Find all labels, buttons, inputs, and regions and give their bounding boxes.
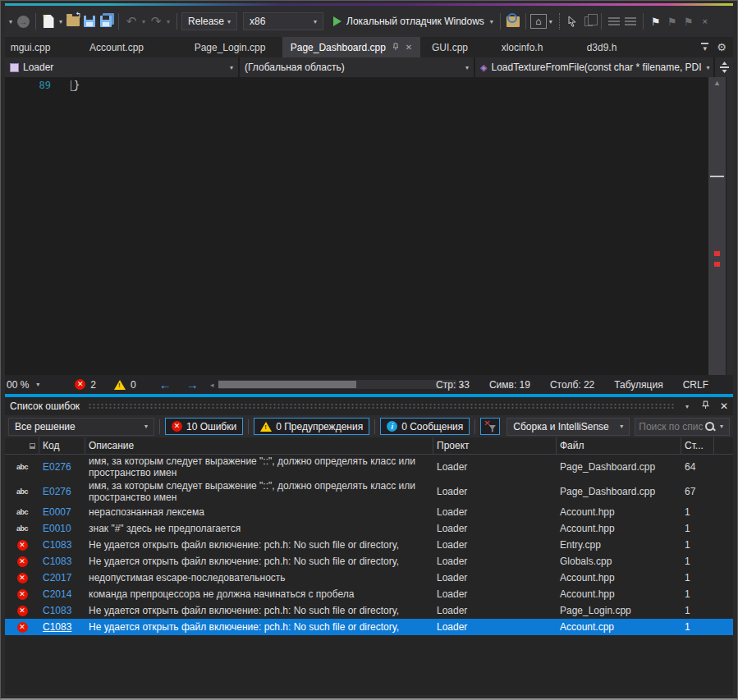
search-icon[interactable] xyxy=(704,421,716,432)
error-code-link[interactable]: C1083 xyxy=(43,605,71,616)
next-bookmark-icon[interactable]: ⚑ xyxy=(681,13,697,30)
error-row[interactable]: abc E0010 знак "#" здесь не предполагает… xyxy=(5,520,733,537)
line-ending[interactable]: CRLF xyxy=(683,379,708,391)
error-row[interactable]: ✕ C1083 Не удается открыть файл включени… xyxy=(5,553,733,570)
quick-replace-icon[interactable]: ⌂ xyxy=(530,14,547,29)
undo-icon[interactable]: ↶ xyxy=(123,13,140,30)
undo-caret[interactable]: ▾ xyxy=(140,18,148,25)
open-file-icon[interactable] xyxy=(65,13,81,30)
error-code-link[interactable]: E0276 xyxy=(43,461,71,473)
next-issue-arrow-icon[interactable]: → xyxy=(186,377,199,391)
header-file-column[interactable]: Файл xyxy=(557,437,681,454)
redo-icon[interactable]: ↷ xyxy=(148,13,164,30)
error-search-input[interactable] xyxy=(639,421,703,432)
prev-bookmark-icon[interactable]: ⚑ xyxy=(664,13,681,30)
error-code-link[interactable]: C1083 xyxy=(43,539,71,551)
header-code-column[interactable]: Код xyxy=(39,437,85,454)
tab-mgui-cpp[interactable]: mgui.cpp xyxy=(5,37,56,57)
error-row[interactable]: abc E0276 имя, за которым следует выраже… xyxy=(5,455,733,479)
error-code-link[interactable]: C1083 xyxy=(43,556,71,567)
window-list-icon[interactable]: ▾ xyxy=(701,43,708,53)
navigate-forward-icon[interactable]: → xyxy=(15,13,31,30)
prev-issue-arrow-icon[interactable]: ← xyxy=(159,377,172,391)
zoom-caret[interactable]: ▾ xyxy=(34,381,42,388)
split-editor-button[interactable] xyxy=(715,57,733,77)
platform-dropdown[interactable]: x86 ▾ xyxy=(243,12,323,30)
status-warning-count[interactable]: 0 xyxy=(131,379,136,391)
error-row[interactable]: ✕ C2014 команда препроцессора не должна … xyxy=(5,586,733,602)
new-file-caret[interactable]: ▾ xyxy=(57,18,65,25)
member-dropdown[interactable]: ◈ LoadTextureFromFile(const char * filen… xyxy=(475,57,713,77)
navigate-cursor-icon[interactable] xyxy=(564,13,580,30)
error-row[interactable]: abc E0276 имя, за которым следует выраже… xyxy=(5,479,733,504)
code-editor[interactable]: 89 } ▲ xyxy=(5,77,733,375)
clear-filters-button[interactable]: ✕ xyxy=(480,418,500,435)
tab-page-dashboard-cpp[interactable]: Page_Dashboard.cpp ✕ xyxy=(282,37,420,57)
quick-replace-caret[interactable]: ▾ xyxy=(547,18,555,25)
error-code-link[interactable]: C1083 xyxy=(43,621,71,633)
indent-mode[interactable]: Табуляция xyxy=(614,379,662,391)
tab-d3d9-h[interactable]: d3d9.h xyxy=(565,37,639,57)
error-code-link[interactable]: E0276 xyxy=(43,486,71,497)
close-panel-icon[interactable]: ✕ xyxy=(720,400,728,412)
error-code-link[interactable]: E0007 xyxy=(43,506,71,518)
scrollbar-thumb[interactable] xyxy=(218,381,356,388)
clear-bookmarks-icon[interactable]: × xyxy=(697,13,713,30)
type-scope-dropdown[interactable]: Loader ▾ xyxy=(5,57,238,77)
errors-toggle-button[interactable]: ✕ 10 Ошибки xyxy=(165,418,243,435)
horizontal-scrollbar[interactable]: ◂ ▸ xyxy=(210,379,465,390)
configuration-dropdown[interactable]: Release ▾ xyxy=(181,12,237,30)
window-position-caret[interactable]: ▾ xyxy=(683,403,691,410)
scroll-left-arrow-icon[interactable]: ◂ xyxy=(210,381,218,389)
error-search-box[interactable]: ▾ xyxy=(635,418,730,436)
tab-account-cpp[interactable]: Account.cpp xyxy=(56,37,177,57)
status-warning-icon[interactable] xyxy=(114,380,126,390)
pin-panel-icon[interactable] xyxy=(701,400,710,412)
status-error-count[interactable]: 2 xyxy=(90,379,96,391)
error-row[interactable]: ✕ C1083 Не удается открыть файл включени… xyxy=(5,602,733,619)
header-category-column[interactable] xyxy=(5,437,39,454)
error-row[interactable]: ✕ C1083 Не удается открыть файл включени… xyxy=(5,619,733,635)
error-code-link[interactable]: C2017 xyxy=(43,572,71,583)
header-description-column[interactable]: Описание xyxy=(85,437,433,454)
error-row[interactable]: abc E0007 нераспознанная лексема Loader … xyxy=(5,504,733,520)
search-options-caret[interactable]: ▾ xyxy=(717,423,726,430)
error-row[interactable]: ✕ C2017 недопустимая escape-последовател… xyxy=(5,570,733,586)
close-tab-icon[interactable]: ✕ xyxy=(406,43,412,52)
error-mark[interactable] xyxy=(714,251,720,256)
error-code-link[interactable]: E0010 xyxy=(43,523,71,534)
status-error-icon[interactable]: ✕ xyxy=(75,379,85,390)
decrease-indent-icon[interactable] xyxy=(606,13,622,30)
redo-caret[interactable]: ▾ xyxy=(164,18,172,25)
error-mark[interactable] xyxy=(714,262,720,267)
header-project-column[interactable]: Проект xyxy=(433,437,557,454)
error-row[interactable]: ✕ C1083 Не удается открыть файл включени… xyxy=(5,537,733,553)
debug-target-caret[interactable]: ▾ xyxy=(488,18,496,25)
vertical-scrollbar[interactable]: ▲ xyxy=(708,77,726,375)
debug-target-label[interactable]: Локальный отладчик Windows xyxy=(346,16,484,27)
tab-gui-cpp[interactable]: GUI.cpp xyxy=(420,37,479,57)
save-all-icon[interactable] xyxy=(98,13,114,30)
tab-page-login-cpp[interactable]: Page_Login.cpp xyxy=(177,37,282,57)
scope-filter-dropdown[interactable]: Все решение ▾ xyxy=(8,418,154,436)
messages-toggle-button[interactable]: i 0 Сообщения xyxy=(380,418,470,435)
error-code-link[interactable]: C2014 xyxy=(43,588,71,600)
attach-to-process-icon[interactable] xyxy=(505,13,521,30)
tab-xlocinfo-h[interactable]: xlocinfo.h xyxy=(479,37,565,57)
save-icon[interactable] xyxy=(81,13,98,30)
tab-settings-gear-icon[interactable]: ⚙ xyxy=(717,41,727,53)
start-debug-icon[interactable] xyxy=(333,16,341,26)
pin-tab-icon[interactable] xyxy=(392,43,400,53)
new-file-icon[interactable] xyxy=(40,13,57,30)
source-filter-dropdown[interactable]: Сборка и IntelliSense ▾ xyxy=(507,418,630,436)
toolbar-overflow-caret[interactable]: ▾ xyxy=(7,18,15,25)
increase-indent-icon[interactable] xyxy=(622,13,639,30)
header-line-column[interactable]: Ст... xyxy=(681,437,714,454)
global-scope-dropdown[interactable]: (Глобальная область) ▾ xyxy=(240,57,474,77)
scroll-up-arrow-icon[interactable]: ▲ xyxy=(708,79,726,87)
zoom-level[interactable]: 00 % xyxy=(7,379,29,391)
copy-icon[interactable] xyxy=(580,13,597,30)
error-list-titlebar[interactable]: Список ошибок ▾ ✕ xyxy=(5,397,733,415)
warnings-toggle-button[interactable]: 0 Предупреждения xyxy=(254,418,369,435)
toggle-bookmark-icon[interactable]: ⚑ xyxy=(648,13,664,30)
